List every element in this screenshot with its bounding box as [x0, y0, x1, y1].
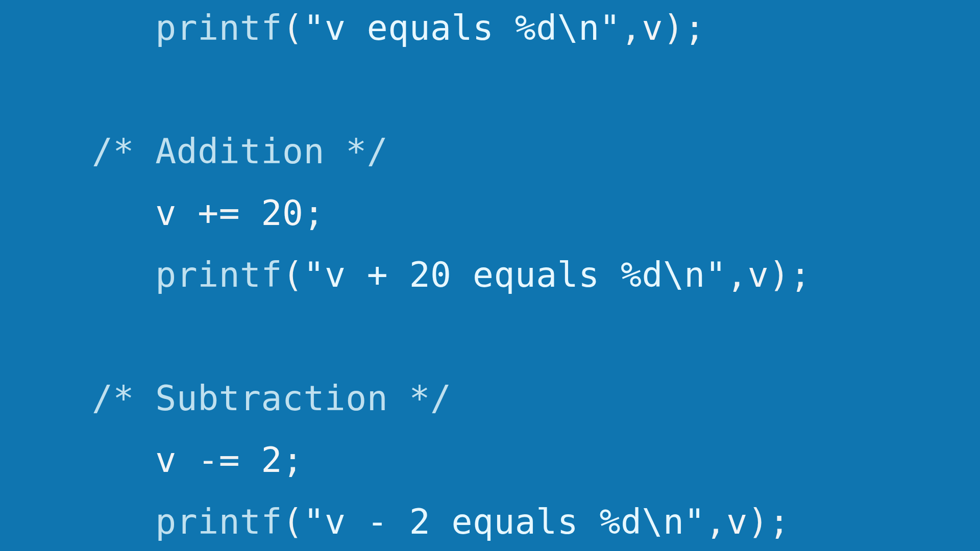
token-string: v + 20 equals %d — [325, 255, 663, 295]
token-comma: , — [621, 8, 642, 48]
code-line-3: /* Addition */ — [92, 131, 388, 171]
token-semicolon: ; — [684, 8, 705, 48]
indent — [92, 440, 155, 480]
token-semicolon: ; — [303, 193, 324, 233]
code-block: printf("v equals %d\n",v); /* Addition *… — [92, 0, 811, 551]
token-identifier: v — [748, 255, 769, 295]
token-close-paren: ) — [663, 8, 684, 48]
token-quote: " — [600, 8, 621, 48]
token-comment-addition: /* Addition */ — [92, 131, 388, 171]
token-plus-equals: += — [198, 193, 240, 233]
space — [240, 193, 261, 233]
token-close-paren: ) — [748, 502, 769, 542]
token-string: v equals %d — [325, 8, 557, 48]
token-comma: , — [705, 502, 726, 542]
space — [177, 193, 198, 233]
token-close-paren: ) — [769, 255, 790, 295]
token-printf: printf — [155, 502, 282, 542]
token-identifier: v — [726, 502, 747, 542]
space — [240, 440, 261, 480]
token-open-paren: ( — [282, 255, 303, 295]
token-identifier: v — [155, 440, 176, 480]
token-number-20: 20 — [261, 193, 304, 233]
token-quote: " — [303, 8, 324, 48]
token-identifier: v — [155, 193, 176, 233]
token-printf: printf — [155, 8, 282, 48]
token-quote: " — [303, 502, 324, 542]
token-quote: " — [705, 255, 726, 295]
code-line-5: printf("v + 20 equals %d\n",v); — [92, 255, 811, 295]
indent — [92, 193, 155, 233]
token-open-paren: ( — [282, 502, 303, 542]
code-line-1: printf("v equals %d\n",v); — [92, 8, 705, 48]
token-printf: printf — [155, 255, 282, 295]
indent — [92, 255, 155, 295]
token-semicolon: ; — [769, 502, 790, 542]
code-line-9: printf("v - 2 equals %d\n",v); — [92, 502, 790, 542]
code-line-4: v += 20; — [92, 193, 325, 233]
token-identifier: v — [642, 8, 663, 48]
token-minus-equals: -= — [198, 440, 240, 480]
indent — [92, 8, 155, 48]
code-line-8: v -= 2; — [92, 440, 303, 480]
token-semicolon: ; — [282, 440, 303, 480]
token-escape: \n — [663, 255, 705, 295]
token-escape: \n — [642, 502, 684, 542]
code-line-7: /* Subtraction */ — [92, 378, 451, 418]
token-open-paren: ( — [282, 8, 303, 48]
token-string: v - 2 equals %d — [325, 502, 642, 542]
indent — [92, 502, 155, 542]
token-comment-subtraction: /* Subtraction */ — [92, 378, 451, 418]
token-quote: " — [303, 255, 324, 295]
token-semicolon: ; — [790, 255, 811, 295]
space — [177, 440, 198, 480]
token-quote: " — [684, 502, 705, 542]
token-comma: , — [726, 255, 747, 295]
token-number-2: 2 — [261, 440, 282, 480]
token-escape: \n — [557, 8, 600, 48]
